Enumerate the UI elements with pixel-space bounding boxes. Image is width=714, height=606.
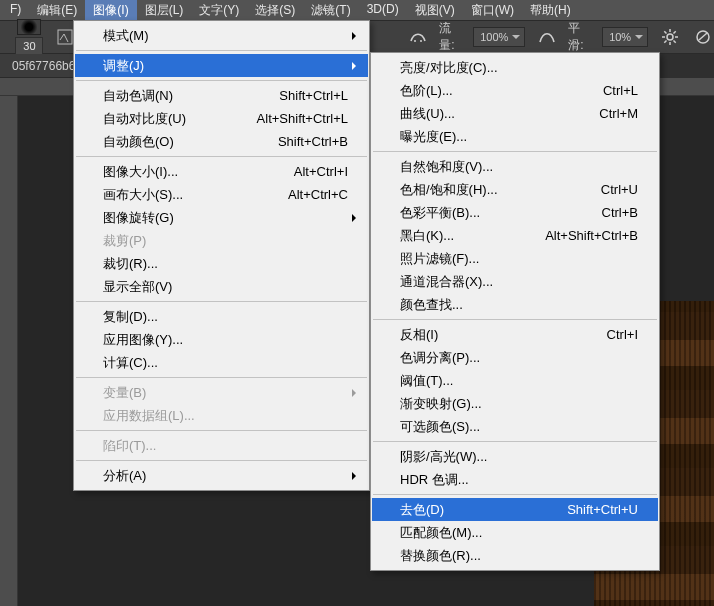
menu-type[interactable]: 文字(Y) [191, 0, 247, 20]
menu-filter[interactable]: 滤镜(T) [303, 0, 358, 20]
adjust-menu-item-15[interactable]: 阈值(T)... [372, 369, 658, 392]
menu-item-label: 分析(A) [103, 467, 348, 485]
menu-item-label: 黑白(K)... [400, 227, 521, 245]
menu-item-shortcut: Ctrl+I [607, 327, 638, 342]
adjust-menu-item-2[interactable]: 曲线(U)...Ctrl+M [372, 102, 658, 125]
svg-line-11 [664, 41, 666, 43]
gear-icon[interactable] [658, 26, 681, 48]
image-menu-item-10[interactable]: 图像旋转(G) [75, 206, 368, 229]
image-menu-item-11: 裁剪(P) [75, 229, 368, 252]
brush-preview[interactable] [17, 19, 41, 35]
menu-item-shortcut: Alt+Ctrl+I [294, 164, 348, 179]
adjust-menu-item-11[interactable]: 颜色查找... [372, 293, 658, 316]
menu-file[interactable]: F) [2, 0, 29, 20]
adjust-menu-separator [373, 319, 657, 320]
menu-item-label: 裁剪(P) [103, 232, 348, 250]
image-menu-item-0[interactable]: 模式(M) [75, 24, 368, 47]
brush-size-value[interactable]: 30 [15, 37, 43, 55]
image-menu-item-24[interactable]: 分析(A) [75, 464, 368, 487]
menu-item-label: 色阶(L)... [400, 82, 579, 100]
smooth-dropdown[interactable]: 10% [602, 27, 648, 47]
image-menu-separator [76, 80, 367, 81]
adjust-menu-separator [373, 494, 657, 495]
pressure-opacity-icon[interactable] [535, 26, 558, 48]
menu-item-label: 亮度/对比度(C)... [400, 59, 638, 77]
menu-view[interactable]: 视图(V) [407, 0, 463, 20]
image-menu-separator [76, 156, 367, 157]
menu-item-label: 阈值(T)... [400, 372, 638, 390]
menu-item-label: 应用图像(Y)... [103, 331, 348, 349]
menu-item-label: 陷印(T)... [103, 437, 348, 455]
image-menu-item-16[interactable]: 应用图像(Y)... [75, 328, 368, 351]
image-menu-item-6[interactable]: 自动颜色(O)Shift+Ctrl+B [75, 130, 368, 153]
adjust-menu-item-24[interactable]: 替换颜色(R)... [372, 544, 658, 567]
menu-layer[interactable]: 图层(L) [137, 0, 192, 20]
menu-item-shortcut: Ctrl+U [601, 182, 638, 197]
airbrush-icon[interactable] [406, 26, 429, 48]
image-menu-item-17[interactable]: 计算(C)... [75, 351, 368, 374]
menu-item-label: 去色(D) [400, 501, 543, 519]
adjust-menu-item-10[interactable]: 通道混合器(X)... [372, 270, 658, 293]
adjust-menu-item-7[interactable]: 色彩平衡(B)...Ctrl+B [372, 201, 658, 224]
adjust-menu-item-23[interactable]: 匹配颜色(M)... [372, 521, 658, 544]
adjust-menu-item-14[interactable]: 色调分离(P)... [372, 346, 658, 369]
adjust-menu-item-22[interactable]: 去色(D)Shift+Ctrl+U [372, 498, 658, 521]
adjust-menu-item-9[interactable]: 照片滤镜(F)... [372, 247, 658, 270]
flow-dropdown[interactable]: 100% [473, 27, 525, 47]
adjust-menu-item-20[interactable]: HDR 色调... [372, 468, 658, 491]
menu-item-label: 曲线(U)... [400, 105, 575, 123]
svg-line-8 [664, 31, 666, 33]
menu-item-shortcut: Alt+Shift+Ctrl+B [545, 228, 638, 243]
menu-item-shortcut: Shift+Ctrl+U [567, 502, 638, 517]
menu-item-shortcut: Shift+Ctrl+B [278, 134, 348, 149]
menu-item-label: 自动色调(N) [103, 87, 255, 105]
menu-item-label: 颜色查找... [400, 296, 638, 314]
image-menu-separator [76, 460, 367, 461]
svg-point-3 [667, 34, 673, 40]
menu-item-label: 匹配颜色(M)... [400, 524, 638, 542]
menu-edit[interactable]: 编辑(E) [29, 0, 85, 20]
adjust-menu-item-19[interactable]: 阴影/高光(W)... [372, 445, 658, 468]
adjust-menu-item-6[interactable]: 色相/饱和度(H)...Ctrl+U [372, 178, 658, 201]
image-menu-item-5[interactable]: 自动对比度(U)Alt+Shift+Ctrl+L [75, 107, 368, 130]
svg-point-1 [414, 40, 416, 42]
menu-item-label: 反相(I) [400, 326, 583, 344]
adjust-menu-item-17[interactable]: 可选颜色(S)... [372, 415, 658, 438]
menu-select[interactable]: 选择(S) [247, 0, 303, 20]
menu-image[interactable]: 图像(I) [85, 0, 136, 20]
adjust-menu-item-16[interactable]: 渐变映射(G)... [372, 392, 658, 415]
svg-line-10 [673, 31, 675, 33]
menu-item-label: 自然饱和度(V)... [400, 158, 638, 176]
menu-item-shortcut: Alt+Shift+Ctrl+L [257, 111, 348, 126]
adjust-menu-item-1[interactable]: 色阶(L)...Ctrl+L [372, 79, 658, 102]
menu-item-label: 自动颜色(O) [103, 133, 254, 151]
menu-item-label: 计算(C)... [103, 354, 348, 372]
adjust-menu-item-0[interactable]: 亮度/对比度(C)... [372, 56, 658, 79]
image-menu-item-4[interactable]: 自动色调(N)Shift+Ctrl+L [75, 84, 368, 107]
pressure-size-icon[interactable] [691, 26, 714, 48]
adjust-menu-item-5[interactable]: 自然饱和度(V)... [372, 155, 658, 178]
image-menu-item-15[interactable]: 复制(D)... [75, 305, 368, 328]
image-menu-item-12[interactable]: 裁切(R)... [75, 252, 368, 275]
menu-item-label: 裁切(R)... [103, 255, 348, 273]
adjust-menu-item-8[interactable]: 黑白(K)...Alt+Shift+Ctrl+B [372, 224, 658, 247]
smooth-label: 平滑: [568, 20, 592, 54]
adjust-menu-item-13[interactable]: 反相(I)Ctrl+I [372, 323, 658, 346]
menu-item-label: 变量(B) [103, 384, 348, 402]
menu-window[interactable]: 窗口(W) [463, 0, 522, 20]
menu-3d[interactable]: 3D(D) [359, 0, 407, 20]
menu-item-label: 色相/饱和度(H)... [400, 181, 577, 199]
menu-item-label: 渐变映射(G)... [400, 395, 638, 413]
menu-item-label: 画布大小(S)... [103, 186, 264, 204]
image-menu-item-2[interactable]: 调整(J) [75, 54, 368, 77]
flow-label: 流量: [439, 20, 463, 54]
image-menu-item-8[interactable]: 图像大小(I)...Alt+Ctrl+I [75, 160, 368, 183]
image-menu-item-13[interactable]: 显示全部(V) [75, 275, 368, 298]
image-menu-item-9[interactable]: 画布大小(S)...Alt+Ctrl+C [75, 183, 368, 206]
menu-help[interactable]: 帮助(H) [522, 0, 579, 20]
menu-item-label: 图像旋转(G) [103, 209, 348, 227]
menu-item-label: 可选颜色(S)... [400, 418, 638, 436]
menu-adjustments-dropdown: 亮度/对比度(C)...色阶(L)...Ctrl+L曲线(U)...Ctrl+M… [370, 52, 660, 571]
adjust-menu-item-3[interactable]: 曝光度(E)... [372, 125, 658, 148]
menubar: F) 编辑(E) 图像(I) 图层(L) 文字(Y) 选择(S) 滤镜(T) 3… [0, 0, 714, 20]
